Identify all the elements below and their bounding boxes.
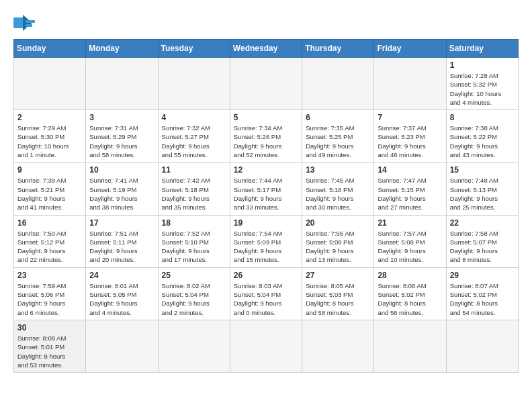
calendar-cell (86, 58, 158, 110)
day-info: Sunrise: 8:02 AM Sunset: 5:04 PM Dayligh… (162, 281, 226, 317)
day-info: Sunrise: 7:31 AM Sunset: 5:29 PM Dayligh… (89, 124, 154, 159)
calendar-cell: 23Sunrise: 7:59 AM Sunset: 5:06 PM Dayli… (14, 267, 86, 320)
calendar-cell: 27Sunrise: 8:05 AM Sunset: 5:03 PM Dayli… (302, 267, 374, 320)
day-info: Sunrise: 7:35 AM Sunset: 5:25 PM Dayligh… (306, 124, 370, 159)
calendar-cell (14, 58, 86, 110)
day-info: Sunrise: 7:47 AM Sunset: 5:15 PM Dayligh… (378, 176, 442, 212)
day-info: Sunrise: 7:29 AM Sunset: 5:30 PM Dayligh… (17, 124, 82, 159)
day-info: Sunrise: 7:45 AM Sunset: 5:16 PM Dayligh… (306, 176, 370, 212)
day-info: Sunrise: 8:08 AM Sunset: 5:01 PM Dayligh… (17, 334, 82, 369)
day-info: Sunrise: 7:42 AM Sunset: 5:18 PM Dayligh… (162, 176, 226, 212)
calendar-cell: 18Sunrise: 7:52 AM Sunset: 5:10 PM Dayli… (158, 215, 230, 267)
day-number: 17 (89, 218, 154, 228)
weekday-header-tuesday: Tuesday (158, 40, 230, 58)
calendar-cell: 8Sunrise: 7:38 AM Sunset: 5:22 PM Daylig… (446, 110, 518, 163)
day-info: Sunrise: 8:07 AM Sunset: 5:02 PM Dayligh… (450, 281, 515, 317)
weekday-header-friday: Friday (374, 40, 446, 58)
day-number: 10 (89, 165, 154, 175)
svg-rect-0 (13, 17, 24, 28)
day-number: 9 (17, 165, 82, 175)
calendar-cell: 13Sunrise: 7:45 AM Sunset: 5:16 PM Dayli… (302, 163, 374, 215)
calendar-cell: 20Sunrise: 7:55 AM Sunset: 5:08 PM Dayli… (302, 215, 374, 267)
day-info: Sunrise: 7:28 AM Sunset: 5:32 PM Dayligh… (450, 71, 515, 107)
calendar-cell: 1Sunrise: 7:28 AM Sunset: 5:32 PM Daylig… (446, 58, 518, 110)
weekday-header-monday: Monday (86, 40, 158, 58)
svg-rect-2 (26, 20, 35, 23)
day-info: Sunrise: 7:50 AM Sunset: 5:12 PM Dayligh… (17, 229, 82, 265)
calendar-row: 16Sunrise: 7:50 AM Sunset: 5:12 PM Dayli… (14, 215, 519, 267)
day-info: Sunrise: 7:51 AM Sunset: 5:11 PM Dayligh… (89, 229, 154, 265)
day-number: 3 (89, 113, 154, 122)
calendar-cell: 22Sunrise: 7:58 AM Sunset: 5:07 PM Dayli… (446, 215, 518, 267)
calendar-cell: 30Sunrise: 8:08 AM Sunset: 5:01 PM Dayli… (14, 320, 86, 372)
calendar-cell (230, 320, 302, 372)
calendar-cell (302, 58, 374, 110)
day-info: Sunrise: 8:05 AM Sunset: 5:03 PM Dayligh… (306, 281, 370, 317)
day-number: 28 (378, 271, 442, 280)
day-info: Sunrise: 8:01 AM Sunset: 5:05 PM Dayligh… (89, 281, 154, 317)
day-number: 2 (17, 113, 82, 122)
day-info: Sunrise: 7:57 AM Sunset: 5:08 PM Dayligh… (378, 229, 442, 265)
calendar-cell: 19Sunrise: 7:54 AM Sunset: 5:09 PM Dayli… (230, 215, 302, 267)
day-number: 26 (234, 271, 298, 280)
day-info: Sunrise: 7:48 AM Sunset: 5:13 PM Dayligh… (450, 176, 515, 212)
calendar-cell (302, 320, 374, 372)
day-number: 12 (234, 165, 298, 175)
calendar-cell: 14Sunrise: 7:47 AM Sunset: 5:15 PM Dayli… (374, 163, 446, 215)
calendar-cell (374, 58, 446, 110)
calendar-cell (86, 320, 158, 372)
calendar-cell: 12Sunrise: 7:44 AM Sunset: 5:17 PM Dayli… (230, 163, 302, 215)
logo (13, 13, 42, 32)
day-number: 22 (450, 218, 515, 228)
calendar-cell: 10Sunrise: 7:41 AM Sunset: 5:19 PM Dayli… (86, 163, 158, 215)
calendar-row: 23Sunrise: 7:59 AM Sunset: 5:06 PM Dayli… (14, 267, 519, 320)
day-number: 24 (89, 271, 154, 280)
day-info: Sunrise: 8:03 AM Sunset: 5:04 PM Dayligh… (234, 281, 298, 317)
calendar-cell: 2Sunrise: 7:29 AM Sunset: 5:30 PM Daylig… (14, 110, 86, 163)
calendar-row: 1Sunrise: 7:28 AM Sunset: 5:32 PM Daylig… (14, 58, 519, 110)
day-info: Sunrise: 7:59 AM Sunset: 5:06 PM Dayligh… (17, 281, 82, 317)
day-info: Sunrise: 7:54 AM Sunset: 5:09 PM Dayligh… (234, 229, 298, 265)
day-info: Sunrise: 7:32 AM Sunset: 5:27 PM Dayligh… (162, 124, 226, 159)
calendar-cell: 4Sunrise: 7:32 AM Sunset: 5:27 PM Daylig… (158, 110, 230, 163)
calendar-cell (446, 320, 518, 372)
calendar-row: 9Sunrise: 7:39 AM Sunset: 5:21 PM Daylig… (14, 163, 519, 215)
day-info: Sunrise: 7:34 AM Sunset: 5:26 PM Dayligh… (234, 124, 298, 159)
calendar-cell: 24Sunrise: 8:01 AM Sunset: 5:05 PM Dayli… (86, 267, 158, 320)
day-info: Sunrise: 7:58 AM Sunset: 5:07 PM Dayligh… (450, 229, 515, 265)
day-number: 15 (450, 165, 515, 175)
calendar-table: SundayMondayTuesdayWednesdayThursdayFrid… (13, 39, 519, 373)
weekday-header-wednesday: Wednesday (230, 40, 302, 58)
day-info: Sunrise: 7:38 AM Sunset: 5:22 PM Dayligh… (450, 124, 515, 159)
calendar-cell: 26Sunrise: 8:03 AM Sunset: 5:04 PM Dayli… (230, 267, 302, 320)
day-number: 8 (450, 113, 515, 122)
weekday-header-saturday: Saturday (446, 40, 518, 58)
day-info: Sunrise: 7:39 AM Sunset: 5:21 PM Dayligh… (17, 176, 82, 212)
day-number: 14 (378, 165, 442, 175)
svg-rect-3 (26, 24, 32, 27)
calendar-header-row: SundayMondayTuesdayWednesdayThursdayFrid… (14, 40, 519, 58)
calendar-cell (158, 58, 230, 110)
day-info: Sunrise: 7:37 AM Sunset: 5:23 PM Dayligh… (378, 124, 442, 159)
day-number: 21 (378, 218, 442, 228)
day-number: 5 (234, 113, 298, 122)
calendar-row: 2Sunrise: 7:29 AM Sunset: 5:30 PM Daylig… (14, 110, 519, 163)
day-number: 25 (162, 271, 226, 280)
day-info: Sunrise: 7:44 AM Sunset: 5:17 PM Dayligh… (234, 176, 298, 212)
calendar-cell: 5Sunrise: 7:34 AM Sunset: 5:26 PM Daylig… (230, 110, 302, 163)
calendar-cell: 11Sunrise: 7:42 AM Sunset: 5:18 PM Dayli… (158, 163, 230, 215)
day-info: Sunrise: 8:06 AM Sunset: 5:02 PM Dayligh… (378, 281, 442, 317)
day-number: 30 (17, 323, 82, 332)
calendar-cell: 25Sunrise: 8:02 AM Sunset: 5:04 PM Dayli… (158, 267, 230, 320)
day-number: 13 (306, 165, 370, 175)
day-number: 20 (306, 218, 370, 228)
day-number: 1 (450, 60, 515, 70)
calendar-cell: 16Sunrise: 7:50 AM Sunset: 5:12 PM Dayli… (14, 215, 86, 267)
day-number: 4 (162, 113, 226, 122)
weekday-header-sunday: Sunday (14, 40, 86, 58)
weekday-header-thursday: Thursday (302, 40, 374, 58)
day-number: 27 (306, 271, 370, 280)
day-number: 7 (378, 113, 442, 122)
day-number: 29 (450, 271, 515, 280)
day-number: 11 (162, 165, 226, 175)
